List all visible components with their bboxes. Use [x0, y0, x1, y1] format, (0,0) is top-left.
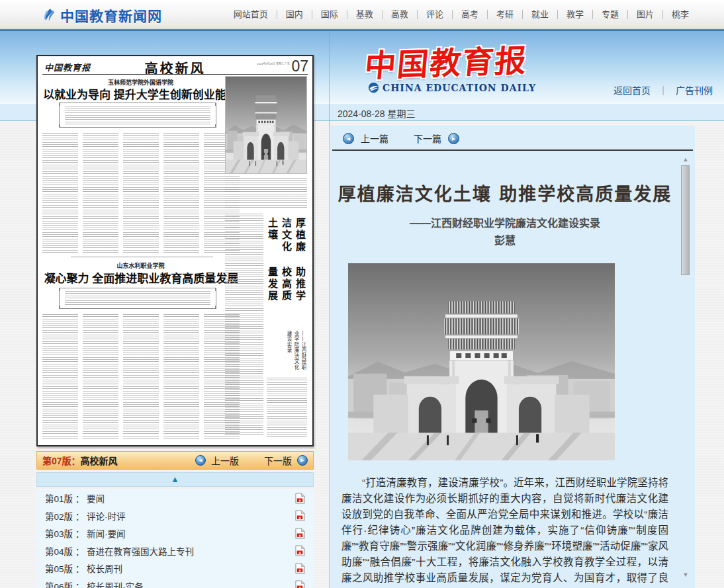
section-list-item[interactable]: 第01版 ： 要闻 [36, 489, 314, 507]
article-nav: ◀ 上一篇 下一篇 ▶ [343, 132, 459, 145]
article1-body-columns [42, 133, 240, 254]
feature-body-columns [225, 214, 263, 437]
issue-info: 2024年8月28日 星期三 广告 [237, 62, 290, 65]
pdf-icon[interactable] [295, 580, 305, 588]
article-panel: ◀ 上一篇 下一篇 ▶ 厚植廉洁文化土壤 助推学校高质量发展 ——江西财经职业学… [329, 126, 695, 588]
next-page-icon[interactable]: ▶ [297, 455, 308, 466]
top-nav-item[interactable]: 国际 [312, 10, 347, 19]
top-nav-item[interactable]: 考研 [488, 10, 523, 19]
section-list-item[interactable]: 第05版 ： 校长周刊 [36, 560, 314, 577]
site-logo[interactable]: 中国教育新闻网 [42, 5, 162, 25]
page-number: 07 [291, 58, 308, 75]
scrollbar-down-icon[interactable]: ▼ [681, 570, 690, 579]
top-nav-item[interactable]: 教学 [558, 10, 593, 19]
article1-abstract-box [59, 103, 216, 128]
article2-headline[interactable]: 凝心聚力 全面推进职业教育高质量发展 [38, 269, 249, 286]
collapse-strip: ▲ [36, 472, 314, 487]
paper-brand-en: CHINA EDUCATION DAILY [368, 82, 536, 93]
article-title: 厚植廉洁文化土壤 助推学校高质量发展 [330, 180, 680, 206]
section-list-item[interactable]: 第06版 ： 校长周刊·实务 [36, 577, 314, 588]
scrollbar-thumb[interactable] [681, 165, 690, 275]
prev-article-button[interactable]: 上一篇 [361, 132, 388, 145]
scrollbar-up-icon[interactable]: ▲ [681, 155, 690, 164]
next-article-icon[interactable]: ▶ [448, 133, 459, 144]
top-nav-item[interactable]: 高考 [453, 10, 488, 19]
section-list: 第01版 ： 要闻 第02版 ： 评论·时评 第03版 ： 新闻·要闻 第04版… [36, 489, 314, 588]
date-text: 2024-08-28 星期三 [338, 106, 416, 120]
masthead-rule [42, 74, 308, 75]
section-list-item[interactable]: 第03版 ： 新闻·要闻 [36, 525, 314, 542]
hero-links: 返回首页 ｜ 广告刊例 [606, 83, 721, 97]
pdf-icon[interactable] [295, 545, 305, 556]
top-nav-item[interactable]: 基教 [347, 10, 383, 19]
prev-page-icon[interactable]: ◀ [195, 455, 206, 466]
page-nav: ◀ 上一版 下一版 ▶ [195, 454, 308, 467]
top-nav-item[interactable]: 就业 [523, 10, 558, 19]
next-page-button[interactable]: 下一版 [264, 454, 292, 467]
page-bottom-bar: 第07版： 高校新风 ◀ 上一版 下一版 ▶ [36, 451, 314, 470]
mini-photo-caption [225, 178, 307, 208]
top-nav-item[interactable]: 国内 [277, 10, 312, 19]
top-nav-item[interactable]: 高教 [383, 10, 418, 19]
ad-rates-link[interactable]: 广告刊例 [668, 83, 721, 97]
article-nav-rule [332, 149, 693, 151]
article-subtitle: ——江西财经职业学院廉洁文化建设实录 [330, 214, 680, 230]
pdf-icon[interactable] [295, 510, 305, 521]
site-logo-text: 中国教育新闻网 [60, 5, 162, 25]
article-gate-photo [348, 263, 615, 460]
next-article-button[interactable]: 下一篇 [414, 132, 441, 145]
article-divider [71, 257, 213, 257]
prev-article-icon[interactable]: ◀ [343, 133, 354, 144]
prev-page-button[interactable]: 上一版 [211, 454, 239, 467]
back-home-link[interactable]: 返回首页 [606, 83, 658, 97]
article-author: 彭慧 [330, 231, 680, 247]
top-nav-item[interactable]: 图片 [628, 10, 663, 19]
top-nav-item[interactable]: 网站首页 [225, 10, 277, 19]
article-body: “打造清廉教育，建设清廉学校”。近年来，江西财经职业学院坚持将廉洁文化建设作为必… [341, 475, 668, 588]
paper-brand-globe-icon [368, 82, 379, 93]
top-bar: 中国教育新闻网 网站首页国内国际基教高教评论高考考研就业教学专题图片桃李 [0, 0, 724, 29]
top-nav: 网站首页国内国际基教高教评论高考考研就业教学专题图片桃李 [225, 0, 698, 29]
mini-gate-photo [225, 76, 307, 174]
top-nav-item[interactable]: 桃李 [663, 10, 698, 19]
page: 中国教育新闻网 网站首页国内国际基教高教评论高考考研就业教学专题图片桃李 中国教… [0, 0, 724, 588]
pdf-icon[interactable] [295, 528, 305, 539]
pdf-icon[interactable] [295, 563, 305, 574]
article2-abstract-box [59, 288, 216, 309]
link-separator: ｜ [658, 83, 668, 97]
newspaper-page-thumbnail[interactable]: 高校新风 中国教育报 2024年8月28日 星期三 广告 07 玉林师范学院外国… [36, 55, 314, 446]
site-logo-icon [42, 7, 56, 23]
top-nav-item[interactable]: 评论 [418, 10, 453, 19]
top-nav-item[interactable]: 专题 [593, 10, 628, 19]
pdf-icon[interactable] [295, 493, 305, 504]
paper-brand-calligraphy: 中国教育报 [363, 34, 566, 86]
page-label: 第07版： [42, 454, 81, 467]
section-list-item[interactable]: 第04版 ： 奋进在教育强国大路上专刊 [36, 542, 314, 560]
article2-body-columns [42, 314, 240, 440]
collapse-triangle-icon[interactable]: ▲ [171, 474, 179, 484]
article1-headline[interactable]: 以就业为导向 提升大学生创新创业能力 [38, 85, 243, 102]
mini-masthead: 中国教育报 [44, 61, 91, 73]
feature-body-columns-2 [267, 378, 307, 437]
page-label-section: 高校新风 [81, 454, 118, 467]
feature-vertical-headline[interactable]: 厚植廉洁文化土壤 助推学校高质量发展 ——江西财经职业学院廉洁文化建设实录 [265, 218, 307, 373]
section-list-item[interactable]: 第02版 ： 评论·时评 [36, 507, 314, 525]
